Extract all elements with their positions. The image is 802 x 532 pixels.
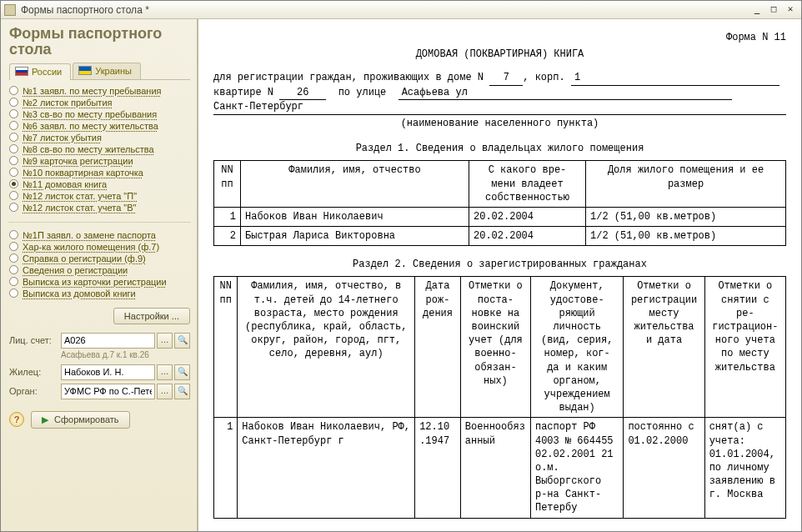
form-link[interactable]: Сведения о регистрации xyxy=(23,265,128,275)
form-radio[interactable]: Хар-ка жилого помещения (ф.7) xyxy=(9,241,190,253)
radio-icon xyxy=(9,179,18,188)
radio-icon xyxy=(9,133,18,142)
doc-title: ДОМОВАЯ (ПОКВАРТИРНАЯ) КНИГА xyxy=(213,48,786,61)
account-input[interactable] xyxy=(61,333,155,349)
form-radio[interactable]: Выписка из карточки регистрации xyxy=(9,276,190,288)
form-link[interactable]: Выписка из карточки регистрации xyxy=(23,277,167,287)
form-radio[interactable]: №3 св-во по месту пребывания xyxy=(9,108,190,120)
city-caption: (наименование населенного пункта) xyxy=(213,117,786,130)
radio-icon xyxy=(9,242,18,251)
form-link[interactable]: Выписка из домовой книги xyxy=(23,289,136,299)
section-2-title: Раздел 2. Сведения о зарегистрированных … xyxy=(213,258,786,271)
radio-icon xyxy=(9,203,18,212)
form-radio[interactable]: №7 листок убытия xyxy=(9,132,190,143)
address-line-2: квартире N 26 по улице Асафьева ул xyxy=(213,86,786,100)
address-line-1: для регистрации граждан, проживающих в д… xyxy=(213,71,786,85)
form-link[interactable]: №3 св-во по месту пребывания xyxy=(23,109,157,119)
radio-icon xyxy=(9,156,18,165)
account-label: Лиц. счет: xyxy=(9,335,61,345)
res-col-dereg: Отметки о снятии с ре- гистрацион- ного … xyxy=(704,277,785,418)
residents-table: NN пп Фамилия, имя, отчество, в т.ч. дет… xyxy=(213,276,786,518)
radio-icon xyxy=(9,289,18,298)
form-radio[interactable]: №6 заявл. по месту жительства xyxy=(9,120,190,132)
generate-button-label: Сформировать xyxy=(54,414,119,424)
account-search-button[interactable]: 🔍 xyxy=(174,333,190,349)
form-link[interactable]: №12 листок стат. учета "В" xyxy=(23,203,137,213)
form-link[interactable]: №1П заявл. о замене паспорта xyxy=(23,230,156,240)
resident-search-button[interactable]: 🔍 xyxy=(174,364,190,380)
form-radio[interactable]: №12 листок стат. учета "П" xyxy=(9,190,190,202)
form-radio[interactable]: №9 карточка регистрации xyxy=(9,155,190,167)
form-link[interactable]: Хар-ка жилого помещения (ф.7) xyxy=(23,242,159,252)
form-radio[interactable]: №1П заявл. о замене паспорта xyxy=(9,229,190,241)
form-radio[interactable]: №1 заявл. по месту пребывания xyxy=(9,85,190,97)
form-link[interactable]: №9 карточка регистрации xyxy=(23,156,133,166)
play-icon: ▶ xyxy=(42,414,48,424)
form-link[interactable]: №7 листок убытия xyxy=(23,133,102,143)
divider xyxy=(9,222,190,223)
organ-search-button[interactable]: 🔍 xyxy=(174,384,190,399)
city-line: Санкт-Петербург xyxy=(213,100,786,115)
owners-col-nn: NN пп xyxy=(214,161,241,208)
form-radio[interactable]: Справка о регистрации (ф.9) xyxy=(9,253,190,264)
radio-icon xyxy=(9,144,18,153)
form-link[interactable]: №2 листок прибытия xyxy=(23,98,113,108)
owners-col-since: С какого вре- мени владеет собственность… xyxy=(469,161,586,208)
form-link[interactable]: №8 св-во по месту жительства xyxy=(23,144,154,154)
tab-russia[interactable]: России xyxy=(9,63,71,80)
form-link[interactable]: №12 листок стат. учета "П" xyxy=(23,191,137,201)
sidebar: Формы паспортного стола России Украины №… xyxy=(1,19,198,531)
owners-col-share: Доля жилого помещения и ее размер xyxy=(586,161,786,208)
minimize-button[interactable]: _ xyxy=(749,3,764,17)
res-col-doc: Документ, удостове- ряющий личность (вид… xyxy=(530,277,623,418)
sidebar-heading: Формы паспортного стола xyxy=(9,26,190,58)
generate-button[interactable]: ▶ Сформировать xyxy=(31,411,130,429)
form-link[interactable]: №1 заявл. по месту пребывания xyxy=(23,86,162,96)
radio-icon xyxy=(9,121,18,130)
tab-russia-label: России xyxy=(32,67,62,77)
form-radio[interactable]: №11 домовая книга xyxy=(9,178,190,190)
resident-input[interactable] xyxy=(61,364,155,380)
close-button[interactable]: ✕ xyxy=(783,3,798,17)
form-link[interactable]: №6 заявл. по месту жительства xyxy=(23,121,158,131)
maximize-button[interactable]: □ xyxy=(766,3,781,17)
form-radio[interactable]: №8 св-во по месту жительства xyxy=(9,143,190,155)
form-link[interactable]: №11 домовая книга xyxy=(23,179,107,189)
res-col-nn: NN пп xyxy=(214,277,238,418)
account-address-hint: Асафьева д.7 к.1 кв.26 xyxy=(61,350,190,359)
form-radio[interactable]: №2 листок прибытия xyxy=(9,97,190,108)
forms-group-1: №1 заявл. по месту пребывания№2 листок п… xyxy=(9,85,190,213)
form-link[interactable]: №10 поквартирная карточка xyxy=(23,168,143,178)
form-radio[interactable]: Сведения о регистрации xyxy=(9,264,190,276)
radio-icon xyxy=(9,98,18,107)
organ-browse-button[interactable]: … xyxy=(157,384,173,399)
window-title: Формы паспортного стола * xyxy=(21,4,748,16)
form-number: Форма N 11 xyxy=(213,31,786,44)
form-radio[interactable]: №10 поквартирная карточка xyxy=(9,167,190,178)
help-icon[interactable]: ? xyxy=(9,412,24,427)
radio-icon xyxy=(9,191,18,200)
document-pane[interactable]: Форма N 11 ДОМОВАЯ (ПОКВАРТИРНАЯ) КНИГА … xyxy=(198,19,801,531)
radio-icon xyxy=(9,253,18,263)
owners-table: NN пп Фамилия, имя, отчество С какого вр… xyxy=(213,160,786,246)
table-row: 2Быстрая Лариса Викторовна20.02.20041/2 … xyxy=(214,227,786,246)
country-tabs: России Украины xyxy=(9,63,190,80)
radio-icon xyxy=(9,86,18,95)
flag-ua-icon xyxy=(78,66,92,75)
forms-group-2: №1П заявл. о замене паспортаХар-ка жилог… xyxy=(9,229,190,299)
settings-button[interactable]: Настройки ... xyxy=(113,308,190,324)
tab-ukraine[interactable]: Украины xyxy=(73,63,141,79)
account-browse-button[interactable]: … xyxy=(157,333,173,349)
radio-icon xyxy=(9,265,18,274)
document: Форма N 11 ДОМОВАЯ (ПОКВАРТИРНАЯ) КНИГА … xyxy=(198,19,801,531)
resident-browse-button[interactable]: … xyxy=(157,364,173,380)
form-radio[interactable]: Выписка из домовой книги xyxy=(9,288,190,299)
radio-icon xyxy=(9,109,18,118)
form-link[interactable]: Справка о регистрации (ф.9) xyxy=(23,253,146,263)
flag-ru-icon xyxy=(15,67,28,76)
app-icon xyxy=(4,4,16,16)
tab-ukraine-label: Украины xyxy=(95,66,132,76)
organ-input[interactable] xyxy=(61,384,155,399)
form-radio[interactable]: №12 листок стат. учета "В" xyxy=(9,202,190,213)
organ-label: Орган: xyxy=(9,386,61,396)
